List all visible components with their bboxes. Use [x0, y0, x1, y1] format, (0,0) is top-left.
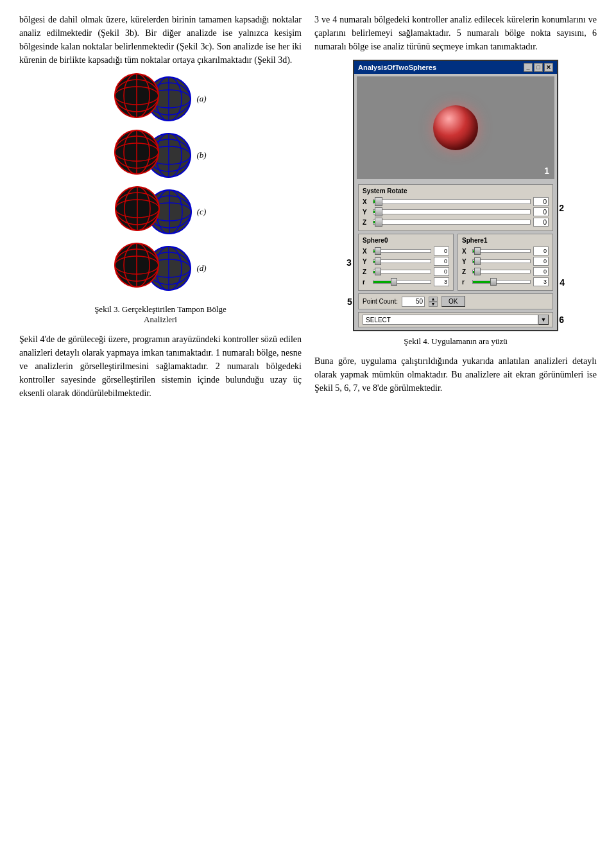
z-axis-label: Z: [363, 219, 370, 226]
s1-r-slider[interactable]: [472, 280, 531, 284]
right-para-bottom: Buna göre, uygulama çalıştırıldığında yu…: [314, 354, 597, 395]
s1-z-value: 0: [533, 267, 549, 276]
minimize-button[interactable]: _: [524, 63, 533, 72]
x-axis-label: X: [363, 198, 370, 205]
sphere-3d-render: [433, 105, 478, 150]
s0-y-value: 0: [434, 257, 449, 266]
app-titlebar: AnalysisOfTwoSpheres _ □ ✕: [354, 61, 557, 74]
select-box[interactable]: SELECT: [363, 315, 538, 325]
globe-pair-d: [114, 243, 191, 294]
badge-5: 5: [347, 297, 352, 307]
y-axis-row: Y 0: [363, 207, 549, 216]
spinner-down[interactable]: ▼: [429, 302, 438, 307]
globe-pair-c: [115, 186, 192, 238]
s1-z-label: Z: [462, 268, 470, 275]
s0-z-value: 0: [434, 267, 449, 276]
left-para1: bölgesi de dahil olmak üzere, kürelerden…: [19, 13, 302, 67]
s0-r-row: r 3: [363, 277, 449, 286]
spinner-up[interactable]: ▲: [429, 297, 438, 302]
maximize-button[interactable]: □: [534, 63, 543, 72]
viewport-badge: 1: [544, 166, 549, 176]
app-window: AnalysisOfTwoSpheres _ □ ✕ 1 System Rota…: [353, 60, 558, 331]
s0-x-value: 0: [434, 247, 449, 255]
s1-y-row: Y 0: [462, 257, 549, 266]
app-title: AnalysisOfTwoSpheres: [358, 64, 436, 71]
s1-y-slider[interactable]: [472, 259, 531, 263]
system-rotate-box: System Rotate X 0 Y: [358, 184, 553, 231]
fig-label-c: (c): [197, 207, 206, 217]
sphere1-label: Sphere1: [462, 237, 549, 244]
globe-row-a: (a): [114, 73, 206, 125]
s0-r-value: 3: [434, 277, 449, 286]
sphere0-box: Sphere0 X 0 Y: [358, 234, 454, 291]
z-value: 0: [533, 218, 549, 227]
red-globe-b: [114, 130, 159, 175]
s1-x-slider[interactable]: [472, 249, 531, 253]
select-value: SELECT: [366, 316, 391, 324]
red-globe-d: [114, 243, 159, 288]
s0-y-row: Y 0: [363, 257, 449, 266]
system-rotate-label: System Rotate: [363, 187, 549, 195]
s0-z-row: Z 0: [363, 267, 449, 276]
sphere1-box: Sphere1 X 0 Y: [458, 234, 553, 291]
app-viewport: 1: [357, 76, 554, 179]
red-globe-a: [114, 73, 159, 118]
s0-y-slider[interactable]: [373, 259, 431, 263]
badge-4: 4: [560, 277, 565, 288]
spinner-buttons[interactable]: ▲ ▼: [429, 297, 438, 307]
point-count-label: Point Count:: [363, 298, 398, 305]
globe-pair-a: [114, 73, 191, 125]
z-slider[interactable]: [373, 220, 531, 225]
select-dropdown-arrow[interactable]: ▼: [538, 315, 549, 325]
s1-r-label: r: [462, 279, 470, 286]
spheres-row: 3 Sphere0 X 0 Y: [358, 234, 553, 291]
right-para-top: 3 ve 4 numaralı bölgedeki kontroller ana…: [314, 13, 597, 53]
z-axis-row: Z 0: [363, 218, 549, 227]
sphere0-label: Sphere0: [363, 237, 449, 244]
s0-z-slider[interactable]: [373, 270, 431, 273]
close-button[interactable]: ✕: [544, 63, 553, 72]
fig3-caption: Şekil 3. Gerçekleştirilen Tampon Bölge A…: [19, 304, 302, 325]
s1-y-value: 0: [533, 257, 549, 266]
right-column: 3 ve 4 numaralı bölgedeki kontroller ana…: [314, 13, 597, 406]
s1-x-label: X: [462, 248, 470, 255]
globe-pair-b: [114, 130, 191, 181]
globe-row-b: (b): [114, 130, 206, 181]
titlebar-buttons: _ □ ✕: [524, 63, 553, 72]
x-axis-row: X 0: [363, 197, 549, 206]
globe-row-d: (d): [114, 243, 206, 294]
badge-6: 6: [559, 315, 564, 325]
badge-2: 2: [559, 203, 564, 213]
s0-r-label: r: [363, 279, 370, 286]
y-slider[interactable]: [373, 209, 531, 214]
ok-button[interactable]: OK: [441, 296, 465, 307]
s1-r-value: 3: [533, 277, 549, 286]
point-count-input[interactable]: 50: [402, 297, 425, 307]
left-column: bölgesi de dahil olmak üzere, kürelerden…: [19, 13, 302, 406]
s1-r-row: r 3: [462, 277, 549, 286]
s1-z-slider[interactable]: [472, 270, 531, 273]
globe-row-c: (c): [115, 186, 206, 238]
s0-r-slider[interactable]: [373, 280, 431, 284]
fig4-caption: Şekil 4. Uygulamanın ara yüzü: [314, 336, 597, 347]
y-value: 0: [533, 207, 549, 216]
s0-x-row: X 0: [363, 247, 449, 255]
s1-x-value: 0: [533, 247, 549, 255]
fig-label-d: (d): [196, 263, 206, 273]
select-row: SELECT ▼ 6: [358, 312, 553, 327]
s1-y-label: Y: [462, 258, 470, 265]
x-slider[interactable]: [373, 199, 531, 204]
s1-z-row: Z 0: [462, 267, 549, 276]
s1-x-row: X 0: [462, 247, 549, 255]
x-value: 0: [533, 197, 549, 206]
badge-3: 3: [346, 257, 352, 268]
s0-x-slider[interactable]: [373, 249, 431, 253]
controls-area: System Rotate X 0 Y: [354, 182, 557, 330]
s0-x-label: X: [363, 248, 370, 255]
globes-figures: (a): [19, 73, 302, 299]
left-para2: Şekil 4'de de görüleceği üzere, programı…: [19, 333, 302, 400]
fig-label-b: (b): [196, 150, 206, 160]
s0-z-label: Z: [363, 268, 370, 275]
red-globe-c: [115, 186, 160, 231]
s0-y-label: Y: [363, 258, 370, 265]
